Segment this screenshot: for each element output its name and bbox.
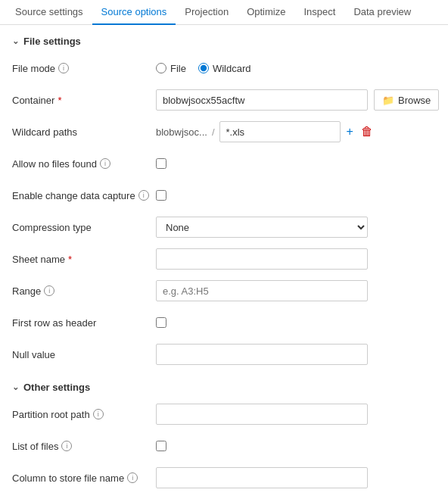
sheet-name-label: Sheet name *: [12, 254, 156, 265]
folder-icon: 📁: [382, 95, 394, 106]
wildcard-path-input[interactable]: [219, 121, 341, 142]
enable-cdc-checkbox[interactable]: [156, 190, 166, 201]
range-row: Range i: [12, 280, 436, 301]
partition-root-path-controls: [156, 404, 436, 425]
tab-data-preview[interactable]: Data preview: [344, 0, 420, 25]
first-row-header-controls: [156, 317, 436, 328]
radio-wildcard-label: Wildcard: [213, 63, 251, 74]
sheet-name-required: *: [68, 254, 72, 265]
file-mode-label: File mode i: [12, 63, 156, 74]
compression-type-label: Compression type: [12, 222, 156, 233]
sheet-name-controls: [156, 248, 436, 270]
column-store-filename-controls: [156, 467, 436, 488]
radio-wildcard-option[interactable]: Wildcard: [198, 63, 251, 74]
partition-root-path-info-icon[interactable]: i: [93, 409, 104, 419]
null-value-input[interactable]: [156, 344, 368, 365]
range-label: Range i: [12, 285, 156, 297]
first-row-header-label: First row as header: [12, 317, 156, 329]
radio-wildcard-input[interactable]: [198, 63, 209, 73]
null-value-controls: [156, 344, 436, 365]
null-value-label: Null value: [12, 349, 156, 360]
allow-no-files-controls: [156, 158, 436, 169]
tab-optimize[interactable]: Optimize: [238, 0, 294, 25]
range-controls: [156, 280, 436, 301]
container-input[interactable]: [156, 89, 368, 111]
content-area: ⌄ File settings File mode i File Wildcar…: [0, 25, 448, 502]
list-of-files-checkbox[interactable]: [156, 441, 166, 451]
add-path-button[interactable]: +: [345, 123, 355, 140]
separator: /: [212, 126, 215, 138]
required-marker: *: [58, 95, 61, 106]
first-row-header-row: First row as header: [12, 312, 436, 333]
wildcard-paths-controls: blobwjsoc... / + 🗑: [156, 121, 436, 142]
column-store-filename-row: Column to store file name i: [12, 467, 436, 488]
compression-type-row: Compression type None gzip deflate bzip2…: [12, 217, 436, 238]
file-mode-row: File mode i File Wildcard: [12, 58, 436, 79]
container-row: Container * 📁 Browse: [12, 89, 436, 111]
radio-file-option[interactable]: File: [156, 63, 186, 74]
file-mode-controls: File Wildcard: [156, 63, 436, 74]
first-row-header-checkbox[interactable]: [156, 317, 166, 328]
enable-cdc-row: Enable change data capture i: [12, 185, 436, 206]
radio-file-input[interactable]: [156, 63, 166, 73]
allow-no-files-checkbox[interactable]: [156, 158, 166, 169]
sheet-name-row: Sheet name *: [12, 248, 436, 270]
enable-cdc-info-icon[interactable]: i: [138, 190, 149, 201]
wildcard-row-inner: blobwjsoc... / + 🗑: [156, 121, 375, 142]
sheet-name-input[interactable]: [156, 248, 368, 270]
partition-root-path-row: Partition root path i: [12, 404, 436, 425]
container-label: Container *: [12, 95, 156, 106]
chevron-down-icon: ⌄: [12, 36, 19, 46]
list-of-files-info-icon[interactable]: i: [61, 441, 72, 451]
tab-bar: Source settings Source options Projectio…: [0, 0, 448, 25]
range-info-icon[interactable]: i: [44, 285, 54, 296]
partition-root-path-input[interactable]: [156, 404, 368, 425]
trash-icon: 🗑: [361, 125, 373, 139]
browse-label: Browse: [398, 95, 431, 106]
tab-source-settings[interactable]: Source settings: [6, 0, 92, 25]
blob-prefix: blobwjsoc...: [156, 126, 207, 138]
column-store-filename-label: Column to store file name i: [12, 472, 156, 484]
wildcard-paths-label: Wildcard paths: [12, 126, 156, 138]
allow-no-files-info-icon[interactable]: i: [100, 158, 110, 169]
delete-path-button[interactable]: 🗑: [359, 123, 375, 140]
enable-cdc-controls: [156, 190, 436, 201]
file-settings-label: File settings: [23, 36, 81, 47]
compression-type-controls: None gzip deflate bzip2 snappy lz4 tar: [156, 217, 436, 238]
wildcard-paths-row: Wildcard paths blobwjsoc... / + 🗑: [12, 121, 436, 142]
list-of-files-controls: [156, 441, 436, 451]
other-settings-label: Other settings: [23, 382, 90, 393]
null-value-row: Null value: [12, 344, 436, 365]
column-store-filename-info-icon[interactable]: i: [127, 472, 138, 483]
browse-button[interactable]: 📁 Browse: [374, 89, 439, 111]
file-mode-radio-group: File Wildcard: [156, 63, 251, 74]
compression-type-select[interactable]: None gzip deflate bzip2 snappy lz4 tar: [156, 217, 368, 238]
tab-inspect[interactable]: Inspect: [294, 0, 344, 25]
allow-no-files-row: Allow no files found i: [12, 153, 436, 174]
file-mode-info-icon[interactable]: i: [58, 63, 69, 73]
file-settings-header[interactable]: ⌄ File settings: [12, 36, 436, 47]
tab-source-options[interactable]: Source options: [92, 0, 176, 25]
plus-icon: +: [347, 125, 353, 139]
container-controls: 📁 Browse: [156, 89, 439, 111]
radio-file-label: File: [170, 63, 186, 74]
list-of-files-label: List of files i: [12, 441, 156, 452]
list-of-files-row: List of files i: [12, 435, 436, 457]
column-store-filename-input[interactable]: [156, 467, 368, 488]
range-input[interactable]: [156, 280, 368, 301]
tab-projection[interactable]: Projection: [176, 0, 238, 25]
other-settings-chevron-icon: ⌄: [12, 382, 19, 392]
allow-no-files-label: Allow no files found i: [12, 158, 156, 170]
other-settings-header[interactable]: ⌄ Other settings: [12, 382, 436, 393]
partition-root-path-label: Partition root path i: [12, 409, 156, 420]
enable-cdc-label: Enable change data capture i: [12, 190, 156, 201]
